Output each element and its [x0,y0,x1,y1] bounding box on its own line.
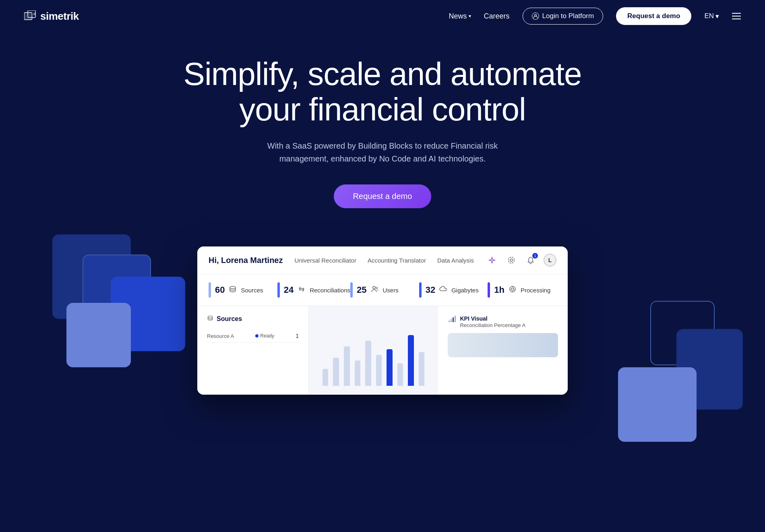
source-resource-label: Resource A [207,333,234,339]
chart-bar [365,341,371,386]
notification-badge: 1 [532,253,538,259]
svg-rect-0 [24,12,32,20]
hero-section: Simplify, scale and automate your financ… [0,32,765,216]
svg-rect-18 [451,319,452,322]
stat-processing-label: Processing [521,287,550,294]
logo-text: simetrik [40,10,79,23]
chart-bar [408,335,414,386]
svg-point-6 [508,257,514,263]
table-row: Resource A Ready 1 [207,329,299,343]
dashboard-nav: Universal Reconciliator Accounting Trans… [295,257,474,264]
kpi-subtitle: Reconciliation Percentage A [460,322,525,328]
kpi-text: KPI Visual Reconciliation Percentage A [460,315,525,328]
ready-badge: Ready [255,333,274,339]
user-icon [532,12,539,20]
stats-row: 60 Sources 24 Reconci [197,274,568,306]
stat-reconciliations-number: 24 [284,285,294,295]
svg-point-7 [230,286,236,289]
sources-panel: Sources Resource A Ready 1 [197,306,309,395]
kpi-title: KPI Visual [460,315,525,322]
chart-bar [387,349,393,386]
svg-point-10 [510,286,515,292]
stat-processing: 1h Processing [488,282,556,298]
svg-point-9 [376,287,378,289]
sources-panel-title: Sources [207,315,299,323]
request-demo-hero-button[interactable]: Request a demo [334,184,432,208]
hero-title: Simplify, scale and automate your financ… [161,56,604,127]
processing-icon [509,285,517,295]
stat-processing-number: 1h [494,285,504,295]
nav-universal-reconciliator[interactable]: Universal Reconciliator [295,257,356,264]
nav-careers[interactable]: Careers [484,12,510,21]
nav-accounting-translator[interactable]: Accounting Translator [368,257,426,264]
stat-reconciliations: 24 Reconciliations [277,282,350,298]
chart-bar [344,346,350,386]
reconciliations-icon [298,285,306,295]
stat-users-number: 25 [357,285,366,295]
stat-gigabytes-label: Gigabytes [451,287,479,294]
svg-point-8 [373,286,375,289]
deco-rect-4 [66,303,131,367]
stat-sources-label: Sources [241,287,263,294]
users-icon [371,285,379,295]
nav-data-analysis[interactable]: Data Analysis [437,257,474,264]
cloud-icon [439,285,447,295]
avatar[interactable]: L [544,254,556,267]
svg-point-11 [511,288,514,290]
preview-section: Hi, Lorena Martinez Universal Reconcilia… [0,232,765,490]
stat-gigabytes: 32 Gigabytes [419,282,488,298]
source-count: 1 [296,333,299,339]
request-demo-nav-button[interactable]: Request a demo [616,7,691,25]
chart-bar [397,363,403,386]
stat-users: 25 Users [350,282,419,298]
dashboard-content: Sources Resource A Ready 1 [197,306,568,395]
chart-bar [355,360,361,386]
nav-news[interactable]: News ▾ [449,12,471,21]
stat-sources-number: 60 [215,285,225,295]
dashboard-card: Hi, Lorena Martinez Universal Reconcilia… [197,246,568,395]
status-dot [255,334,258,337]
logo[interactable]: simetrik [24,10,79,23]
svg-rect-17 [449,321,450,322]
settings-icon[interactable] [505,254,518,267]
chart-bars [318,329,429,386]
stat-gigabytes-number: 32 [426,285,435,295]
sparkle-icon[interactable] [486,254,498,267]
stat-reconciliations-label: Reconciliations [310,287,350,294]
chart-bar [376,355,382,386]
dashboard-greeting: Hi, Lorena Martinez [209,256,283,265]
notification-icon[interactable]: 1 [524,254,537,267]
chart-bar [333,358,339,386]
svg-rect-20 [455,316,456,322]
svg-point-16 [208,316,213,318]
hero-subtitle: With a SaaS powered by Building Blocks t… [262,139,503,165]
svg-rect-19 [453,317,454,322]
sources-icon [229,285,237,295]
svg-point-5 [510,259,513,261]
hamburger-menu[interactable] [732,13,741,19]
kpi-icon [448,315,456,325]
login-button[interactable]: Login to Platform [523,8,604,25]
kpi-panel: KPI Visual Reconciliation Percentage A [438,306,568,395]
chart-bar [419,352,425,386]
kpi-header: KPI Visual Reconciliation Percentage A [448,315,558,328]
stat-users-label: Users [383,287,399,294]
dashboard-icons: 1 L [486,254,556,267]
dashboard-header: Hi, Lorena Martinez Universal Reconcilia… [197,246,568,274]
chevron-down-icon: ▾ [469,13,471,19]
kpi-chart [448,333,558,357]
chart-bar [323,369,329,386]
navbar: simetrik News ▾ Careers Login to Platfor… [0,0,765,32]
chart-panel [309,306,438,395]
stat-sources: 60 Sources [209,282,277,298]
chevron-down-icon: ▾ [715,12,719,21]
language-selector[interactable]: EN ▾ [704,12,719,21]
deco-rect-7 [618,367,697,442]
nav-links: News ▾ Careers Login to Platform Request… [449,7,741,25]
sources-panel-icon [207,315,213,323]
